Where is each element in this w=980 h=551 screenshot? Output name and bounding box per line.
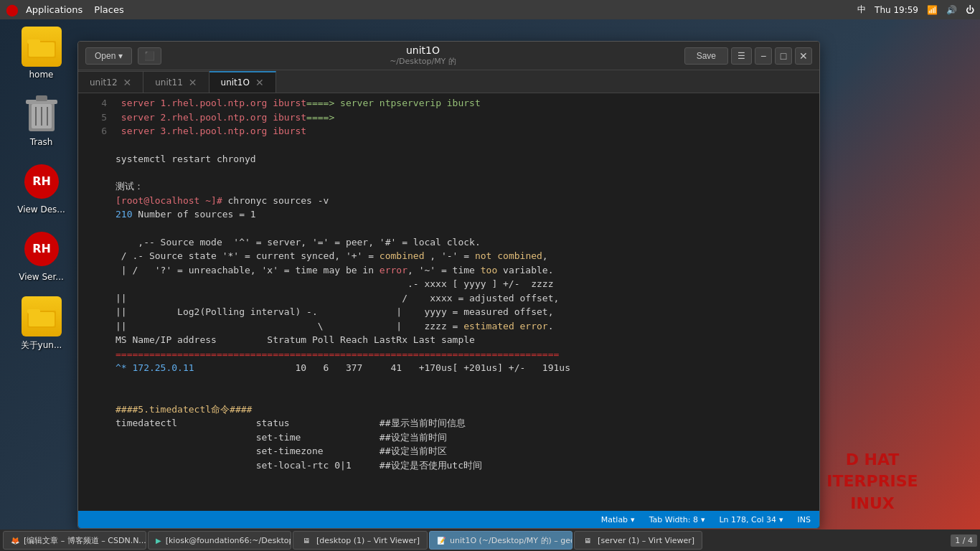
tab-unit1O-close[interactable]: ✕ xyxy=(255,77,264,88)
status-position-arrow: ▾ xyxy=(779,515,783,524)
code-line-data: ^* 172.25.0.11 10 6 377 41 +170us[ +201u… xyxy=(78,361,819,375)
code-line-diag1: .- xxxx [ yyyy ] +/- zzzz xyxy=(78,277,819,291)
code-line-legend2: / .- Source state '*' = current synced, … xyxy=(78,249,819,263)
code-line-test: 测试： xyxy=(78,179,819,194)
redhat-viewser1-icon: RH xyxy=(22,229,62,269)
tab-unit1O[interactable]: unit1O ✕ xyxy=(209,71,276,93)
code-line-4: 4 server 1.rhel.pool.ntp.org iburst====>… xyxy=(78,96,819,110)
menu-button[interactable]: ☰ xyxy=(731,47,752,65)
rh-logo-line3: INUX xyxy=(850,493,894,515)
taskbar-item-terminal[interactable]: ▶ [kiosk@foundation66:~/Desktop] xyxy=(148,531,291,550)
trash-icon-label: Trash xyxy=(30,137,53,147)
rh-logo-line2: ITERPRISE xyxy=(826,471,918,493)
taskbar-terminal-label: [kiosk@foundation66:~/Desktop] xyxy=(166,536,291,545)
titlebar-center: unit1O ~/Desktop/MY 的 xyxy=(161,44,684,67)
code-line-5: 5 server 2.rhel.pool.ntp.org iburst====> xyxy=(78,110,819,125)
open-button[interactable]: Open ▾ xyxy=(85,47,132,65)
viewser1-icon-label: View Ser... xyxy=(19,272,64,282)
volume-icon: 🔊 xyxy=(946,5,957,15)
status-tab-width[interactable]: Tab Width: 8 ▾ xyxy=(649,515,705,524)
code-area[interactable]: 4 server 1.rhel.pool.ntp.org iburst====>… xyxy=(78,93,819,511)
tab-unit11[interactable]: unit11 ✕ xyxy=(143,71,209,93)
code-line-diag4: || \ | zzzz = estimated error. xyxy=(78,319,819,334)
virt1-icon: 🖥 xyxy=(301,534,312,546)
editor-content: 4 server 1.rhel.pool.ntp.org iburst====>… xyxy=(78,93,819,528)
taskbar-blog-label: [编辑文章 – 博客频道 – CSDN.N... xyxy=(24,535,146,546)
taskbar-right: 1 / 4 xyxy=(951,534,977,547)
taskbar: 🦊 [编辑文章 – 博客频道 – CSDN.N... ▶ [kiosk@foun… xyxy=(0,529,980,551)
code-line-blank5 xyxy=(78,389,819,402)
desktop-icon-trash[interactable]: Trash xyxy=(6,94,77,147)
svg-rect-6 xyxy=(36,95,47,101)
desktop-icon-home[interactable]: home xyxy=(6,27,77,80)
save-button[interactable]: Save xyxy=(684,47,728,65)
open-dropdown-arrow[interactable]: ▾ xyxy=(118,51,123,61)
titlebar-right: Save ☰ − □ ✕ xyxy=(684,47,812,65)
code-line-timed-status: timedatectl status ##显示当前时间信息 xyxy=(78,416,819,430)
wifi-icon: 📶 xyxy=(927,5,938,15)
about-folder-icon xyxy=(22,296,62,336)
tab-unit11-label: unit11 xyxy=(155,77,183,88)
applications-menu[interactable]: Applications xyxy=(22,3,87,17)
desktop-icon-viewser1[interactable]: RH View Ser... xyxy=(6,229,77,282)
taskbar-item-virt1[interactable]: 🖥 [desktop (1) – Virt Viewer] xyxy=(293,531,428,550)
desktop: D HAT ITERPRISE INUX home xyxy=(0,19,980,529)
home-icon-label: home xyxy=(29,70,53,80)
topbar-right: 中 Thu 19:59 📶 🔊 ⏻ xyxy=(857,4,974,16)
minimize-button[interactable]: − xyxy=(755,47,772,65)
code-line-diag2: || / xxxx = adjusted offset, xyxy=(78,291,819,306)
system-topbar: ⬤ Applications Places 中 Thu 19:59 📶 🔊 ⏻ xyxy=(0,0,980,19)
code-line-timed-setlocalrtc: set-local-rtc 0|1 ##设定是否使用utc时间 xyxy=(78,458,819,473)
trash-bin-icon xyxy=(22,94,62,134)
status-position[interactable]: Ln 178, Col 34 ▾ xyxy=(719,515,783,524)
editor-subtitle: ~/Desktop/MY 的 xyxy=(161,56,684,67)
svg-rect-2 xyxy=(29,42,55,57)
svg-rect-16 xyxy=(29,312,55,326)
status-tab-width-label: Tab Width: 8 xyxy=(649,515,698,524)
recent-files-button[interactable]: ⬛ xyxy=(138,47,161,65)
tab-unit12-close[interactable]: ✕ xyxy=(123,77,132,88)
status-tab-width-arrow: ▾ xyxy=(701,515,705,524)
taskbar-item-blog[interactable]: 🦊 [编辑文章 – 博客频道 – CSDN.N... xyxy=(3,531,146,550)
code-line-prompt: [root@localhost ~]# chronyc sources -v xyxy=(78,194,819,208)
desktop-icon-about[interactable]: 关于yun... xyxy=(6,296,77,352)
code-line-6: 6 server 3.rhel.pool.ntp.org iburst xyxy=(78,124,819,138)
maximize-button[interactable]: □ xyxy=(775,47,792,65)
tab-bar: unit12 ✕ unit11 ✕ unit1O ✕ xyxy=(78,70,819,93)
about-icon-label: 关于yun... xyxy=(21,339,62,352)
tab-unit12[interactable]: unit12 ✕ xyxy=(78,71,143,93)
code-line-blank4 xyxy=(78,375,819,389)
places-menu[interactable]: Places xyxy=(90,3,128,17)
status-mode-label: INS xyxy=(798,515,811,524)
status-position-label: Ln 178, Col 34 xyxy=(719,515,776,524)
svg-text:RH: RH xyxy=(32,242,51,255)
tab-unit1O-label: unit1O xyxy=(221,77,250,88)
code-line-header: MS Name/IP address Stratum Poll Reach La… xyxy=(78,333,819,347)
status-lang[interactable]: Matlab ▾ xyxy=(601,515,635,524)
editor-window: Open ▾ ⬛ unit1O ~/Desktop/MY 的 Save ☰ − … xyxy=(77,41,820,529)
topbar-left: ⬤ Applications Places xyxy=(6,3,128,17)
close-button[interactable]: ✕ xyxy=(795,47,812,65)
home-folder-icon xyxy=(22,27,62,67)
blog-icon: 🦊 xyxy=(11,534,19,546)
power-icon[interactable]: ⏻ xyxy=(966,5,974,15)
rh-logo-line1: D HAT xyxy=(846,449,900,471)
redhat-viewdesk1-icon: RH xyxy=(22,161,62,202)
taskbar-item-virt2[interactable]: 🖥 [server (1) – Virt Viewer] xyxy=(574,531,702,550)
desktop-sidebar: home Trash RH xyxy=(0,19,83,529)
redhat-icon: ⬤ xyxy=(6,3,19,17)
tab-unit12-label: unit12 xyxy=(90,77,118,88)
tab-unit11-close[interactable]: ✕ xyxy=(189,77,197,88)
viewdesk1-icon-label: View Des... xyxy=(17,204,65,215)
code-line-timed-head: ####5.timedatectl命令#### xyxy=(78,402,819,417)
status-mode: INS xyxy=(798,515,811,524)
page-indicator: 1 / 4 xyxy=(951,534,977,547)
taskbar-gedit-label: unit1O (~/Desktop/MY 的) – gedit xyxy=(450,535,573,546)
desktop-icon-viewdesk1[interactable]: RH View Des... xyxy=(6,161,77,215)
code-line-timed-settime: set-time ##设定当前时间 xyxy=(78,430,819,445)
editor-status-bar: Matlab ▾ Tab Width: 8 ▾ Ln 178, Col 34 ▾… xyxy=(78,511,819,528)
virt2-icon: 🖥 xyxy=(582,534,593,546)
code-line-diag3: || Log2(Polling interval) -. | yyyy = me… xyxy=(78,305,819,319)
taskbar-item-gedit[interactable]: 📝 unit1O (~/Desktop/MY 的) – gedit xyxy=(429,531,573,550)
terminal-icon: ▶ xyxy=(156,534,161,546)
